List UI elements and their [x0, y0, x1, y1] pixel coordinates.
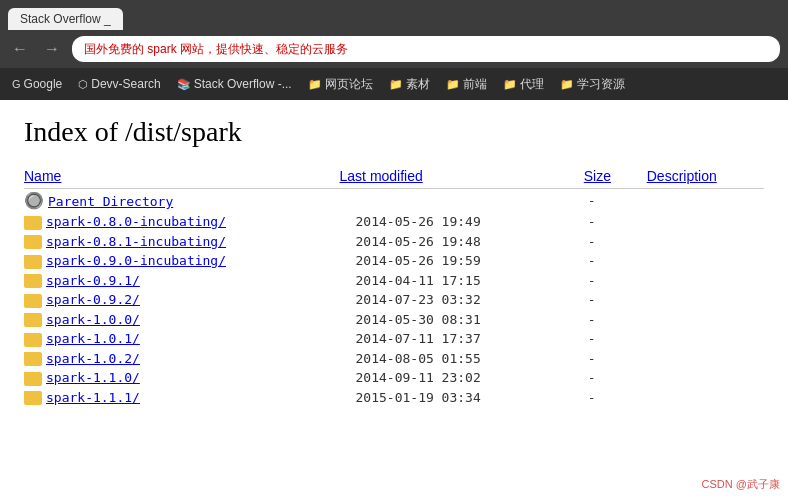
- folder-link[interactable]: spark-0.9.0-incubating/: [46, 253, 226, 268]
- table-row: spark-1.0.0/2014-05-30 08:31-: [24, 310, 764, 330]
- nav-bar: ← → 国外免费的 spark 网站，提供快速、稳定的云服务: [0, 30, 788, 68]
- stackoverflow-icon: 📚: [177, 78, 191, 91]
- folder-link[interactable]: spark-1.0.1/: [46, 331, 140, 346]
- folder-link[interactable]: spark-1.1.1/: [46, 390, 140, 405]
- file-name-cell: spark-1.0.0/: [24, 310, 340, 330]
- folder-link[interactable]: spark-0.9.1/: [46, 273, 140, 288]
- folder-icon: [24, 274, 42, 288]
- file-desc-cell: [647, 310, 764, 330]
- table-header-row: Name Last modified Size Description: [24, 164, 764, 189]
- file-name-cell: spark-0.8.0-incubating/: [24, 212, 340, 232]
- table-row: spark-1.1.1/2015-01-19 03:34-: [24, 388, 764, 408]
- google-icon: G: [12, 78, 21, 90]
- file-name-cell: spark-1.1.1/: [24, 388, 340, 408]
- folder-link[interactable]: spark-0.8.0-incubating/: [46, 214, 226, 229]
- bookmark-proxy-label: 代理: [520, 76, 544, 93]
- file-desc-cell: [647, 368, 764, 388]
- address-bar[interactable]: 国外免费的 spark 网站，提供快速、稳定的云服务: [72, 36, 780, 62]
- folder-learning-icon: 📁: [560, 78, 574, 91]
- file-modified-cell: 2014-05-26 19:49: [340, 212, 564, 232]
- folder-link[interactable]: spark-1.1.0/: [46, 370, 140, 385]
- file-size-cell: -: [564, 310, 647, 330]
- parent-folder-icon: 🔘: [24, 191, 44, 210]
- file-modified-cell: 2014-05-26 19:59: [340, 251, 564, 271]
- folder-link[interactable]: spark-0.9.2/: [46, 292, 140, 307]
- folder-material-icon: 📁: [389, 78, 403, 91]
- bookmark-google-label: Google: [24, 77, 63, 91]
- file-size-cell: -: [564, 212, 647, 232]
- page-content: Index of /dist/spark Name Last modified …: [0, 100, 788, 500]
- tab-bar: Stack Overflow _: [0, 0, 788, 30]
- col-modified-header[interactable]: Last modified: [340, 164, 564, 189]
- folder-icon: [24, 235, 42, 249]
- folder-link[interactable]: spark-1.0.0/: [46, 312, 140, 327]
- bookmark-stackoverflow-label: Stack Overflow -...: [194, 77, 292, 91]
- file-name-cell: 🔘Parent Directory: [24, 189, 340, 213]
- file-modified-cell: 2014-05-30 08:31: [340, 310, 564, 330]
- forward-button[interactable]: →: [40, 38, 64, 60]
- bookmark-frontend[interactable]: 📁 前端: [440, 74, 493, 95]
- bookmark-material[interactable]: 📁 素材: [383, 74, 436, 95]
- col-desc-header[interactable]: Description: [647, 164, 764, 189]
- folder-frontend-icon: 📁: [446, 78, 460, 91]
- file-name-cell: spark-1.1.0/: [24, 368, 340, 388]
- file-modified-cell: 2014-05-26 19:48: [340, 232, 564, 252]
- folder-icon: [24, 216, 42, 230]
- file-name-cell: spark-0.9.2/: [24, 290, 340, 310]
- bookmark-devv-label: Devv-Search: [91, 77, 160, 91]
- file-size-cell: -: [564, 232, 647, 252]
- file-size-cell: -: [564, 329, 647, 349]
- parent-directory-link[interactable]: Parent Directory: [48, 194, 173, 209]
- bookmark-material-label: 素材: [406, 76, 430, 93]
- folder-proxy-icon: 📁: [503, 78, 517, 91]
- folder-icon: [24, 352, 42, 366]
- file-desc-cell: [647, 290, 764, 310]
- bookmark-frontend-label: 前端: [463, 76, 487, 93]
- col-size-header[interactable]: Size: [564, 164, 647, 189]
- folder-link[interactable]: spark-0.8.1-incubating/: [46, 234, 226, 249]
- back-button[interactable]: ←: [8, 38, 32, 60]
- folder-icon: [24, 313, 42, 327]
- bookmark-forum-label: 网页论坛: [325, 76, 373, 93]
- bookmark-learning[interactable]: 📁 学习资源: [554, 74, 631, 95]
- file-desc-cell: [647, 189, 764, 213]
- browser-chrome: Stack Overflow _ ← → 国外免费的 spark 网站，提供快速…: [0, 0, 788, 100]
- bookmark-forum[interactable]: 📁 网页论坛: [302, 74, 379, 95]
- page-title: Index of /dist/spark: [24, 116, 764, 148]
- file-modified-cell: 2015-01-19 03:34: [340, 388, 564, 408]
- file-size-cell: -: [564, 189, 647, 213]
- file-table: Name Last modified Size Description 🔘Par…: [24, 164, 764, 407]
- active-tab[interactable]: Stack Overflow _: [8, 8, 123, 30]
- file-desc-cell: [647, 349, 764, 369]
- file-desc-cell: [647, 329, 764, 349]
- file-modified-cell: 2014-09-11 23:02: [340, 368, 564, 388]
- table-row: spark-0.9.1/2014-04-11 17:15-: [24, 271, 764, 291]
- folder-icon: [24, 255, 42, 269]
- file-size-cell: -: [564, 368, 647, 388]
- bookmark-stackoverflow[interactable]: 📚 Stack Overflow -...: [171, 75, 298, 93]
- table-row: spark-1.0.2/2014-08-05 01:55-: [24, 349, 764, 369]
- file-desc-cell: [647, 212, 764, 232]
- folder-icon: [24, 391, 42, 405]
- folder-icon: [24, 333, 42, 347]
- table-row: spark-1.1.0/2014-09-11 23:02-: [24, 368, 764, 388]
- address-text: 国外免费的 spark 网站，提供快速、稳定的云服务: [84, 41, 348, 58]
- folder-link[interactable]: spark-1.0.2/: [46, 351, 140, 366]
- file-modified-cell: [340, 189, 564, 213]
- file-size-cell: -: [564, 290, 647, 310]
- bookmark-learning-label: 学习资源: [577, 76, 625, 93]
- file-desc-cell: [647, 271, 764, 291]
- col-name-header[interactable]: Name: [24, 164, 340, 189]
- tab-label: Stack Overflow _: [20, 12, 111, 26]
- table-row: spark-1.0.1/2014-07-11 17:37-: [24, 329, 764, 349]
- file-name-cell: spark-0.9.1/: [24, 271, 340, 291]
- file-desc-cell: [647, 388, 764, 408]
- devv-icon: ⬡: [78, 78, 88, 91]
- bookmark-devv[interactable]: ⬡ Devv-Search: [72, 75, 166, 93]
- file-name-cell: spark-0.9.0-incubating/: [24, 251, 340, 271]
- table-row: spark-0.8.0-incubating/2014-05-26 19:49-: [24, 212, 764, 232]
- table-row: spark-0.9.0-incubating/2014-05-26 19:59-: [24, 251, 764, 271]
- table-row: spark-0.8.1-incubating/2014-05-26 19:48-: [24, 232, 764, 252]
- bookmark-proxy[interactable]: 📁 代理: [497, 74, 550, 95]
- bookmark-google[interactable]: G Google: [6, 75, 68, 93]
